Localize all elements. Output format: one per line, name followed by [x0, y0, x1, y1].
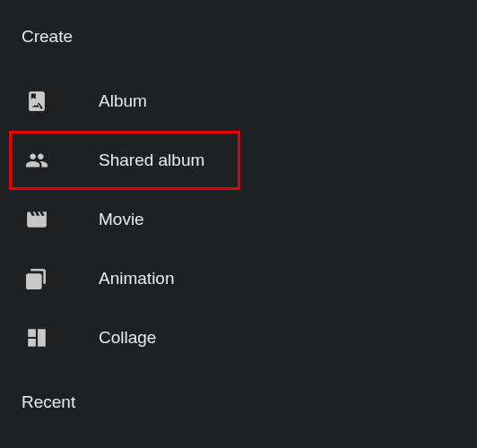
menu-label-movie: Movie: [99, 210, 144, 229]
movie-icon: [22, 208, 99, 231]
menu-item-shared-album[interactable]: Shared album: [9, 131, 240, 190]
shared-album-icon: [22, 149, 99, 172]
collage-icon: [22, 326, 99, 349]
create-panel: Create Album Shared album Movie Animatio…: [0, 0, 477, 448]
menu-label-album: Album: [99, 91, 147, 111]
menu-label-shared-album: Shared album: [99, 151, 204, 170]
menu-label-animation: Animation: [99, 269, 175, 289]
menu-item-movie[interactable]: Movie: [22, 190, 455, 249]
section-title-recent: Recent: [22, 392, 455, 412]
animation-icon: [22, 267, 99, 290]
menu-label-collage: Collage: [99, 328, 156, 348]
menu-item-album[interactable]: Album: [22, 72, 455, 131]
album-icon: [22, 90, 99, 113]
menu-item-collage[interactable]: Collage: [22, 308, 455, 367]
section-title-create: Create: [22, 27, 455, 47]
menu-item-animation[interactable]: Animation: [22, 249, 455, 308]
